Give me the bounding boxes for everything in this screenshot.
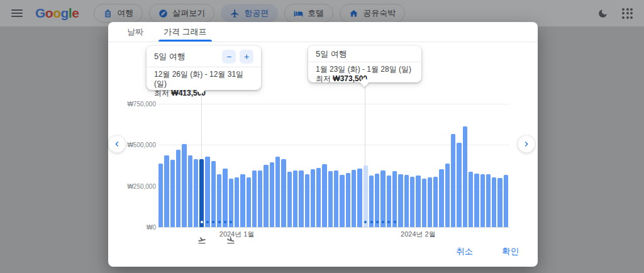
price-bar[interactable] xyxy=(474,174,479,227)
price-bar[interactable] xyxy=(398,174,402,227)
price-bar[interactable] xyxy=(281,159,286,227)
price-bar[interactable] xyxy=(287,172,292,227)
price-bar[interactable] xyxy=(194,159,198,227)
trip-day-dot xyxy=(394,221,396,223)
price-bar[interactable] xyxy=(392,171,397,227)
price-bar[interactable] xyxy=(211,161,216,227)
price-bar[interactable] xyxy=(445,164,450,227)
price-bar[interactable] xyxy=(433,177,438,227)
trip-length-decrease-button[interactable]: − xyxy=(222,50,236,64)
price-bar[interactable] xyxy=(416,176,420,227)
trip-day-dot xyxy=(376,221,379,223)
price-bar[interactable] xyxy=(188,155,192,227)
tab-price-graph[interactable]: 가격 그래프 xyxy=(162,22,208,42)
price-bar[interactable] xyxy=(504,175,508,227)
price-bar[interactable] xyxy=(164,155,169,227)
price-bar[interactable] xyxy=(463,126,467,227)
price-bar[interactable] xyxy=(176,150,180,227)
price-bar[interactable] xyxy=(293,170,297,227)
price-bar[interactable] xyxy=(387,176,391,227)
trip-length-increase-button[interactable]: + xyxy=(240,50,253,64)
y-axis-tick-label: ₩0 xyxy=(147,224,156,231)
chevron-right-icon xyxy=(521,139,531,149)
min-price-prefix: 최저 xyxy=(316,74,331,83)
dialog-tabbar: 날짜 가격 그래프 xyxy=(108,22,538,42)
tab-dates-label: 날짜 xyxy=(127,26,143,38)
price-bar[interactable] xyxy=(486,174,491,227)
price-bar[interactable] xyxy=(340,175,344,227)
price-bar[interactable] xyxy=(469,172,473,227)
trip-day-dot xyxy=(224,221,226,223)
compare-bar-connector xyxy=(365,82,365,165)
price-graph-dialog: 날짜 가격 그래프 ₩0₩250,000₩500,000₩750,000 202… xyxy=(108,22,538,267)
price-bar[interactable] xyxy=(404,175,409,227)
y-axis-tick-label: ₩250,000 xyxy=(127,182,156,189)
price-bar[interactable] xyxy=(497,178,502,227)
price-bar[interactable] xyxy=(369,176,374,227)
price-bar[interactable] xyxy=(182,144,186,227)
price-bar[interactable] xyxy=(199,159,204,227)
price-bar[interactable] xyxy=(311,169,315,228)
price-bar[interactable] xyxy=(380,170,385,227)
dialog-footer: 취소 확인 xyxy=(446,240,529,263)
price-bar[interactable] xyxy=(480,174,485,227)
active-tab-underline xyxy=(158,40,212,42)
x-axis-month-label: 2024년 2월 xyxy=(401,230,436,239)
price-bar[interactable] xyxy=(158,164,163,227)
price-bar[interactable] xyxy=(375,174,379,227)
price-bar[interactable] xyxy=(305,174,309,227)
price-bar[interactable] xyxy=(170,160,175,227)
trip-day-dot xyxy=(201,221,203,223)
gridline xyxy=(158,227,509,228)
price-bar[interactable] xyxy=(364,165,368,227)
chevron-left-icon xyxy=(112,139,122,149)
price-chart-plot xyxy=(158,104,509,227)
chart-prev-button[interactable] xyxy=(108,135,126,153)
price-bar[interactable] xyxy=(252,170,257,227)
price-bar[interactable] xyxy=(346,173,350,227)
price-bar[interactable] xyxy=(229,179,233,227)
cancel-button[interactable]: 취소 xyxy=(446,240,483,263)
price-bar[interactable] xyxy=(451,134,455,227)
min-price-prefix: 최저 xyxy=(154,89,169,98)
price-bar[interactable] xyxy=(492,177,496,227)
price-bar[interactable] xyxy=(270,162,274,227)
price-bar[interactable] xyxy=(275,157,280,227)
price-bar[interactable] xyxy=(264,165,268,227)
price-bar[interactable] xyxy=(410,177,414,227)
compare-date-range: 1월 23일 (화) - 1월 28일 (일) xyxy=(316,65,414,74)
price-bar[interactable] xyxy=(258,170,262,227)
trip-day-dot xyxy=(370,221,373,223)
flight-takeoff-icon xyxy=(197,236,206,245)
price-bar[interactable] xyxy=(247,177,251,227)
price-bar[interactable] xyxy=(357,169,362,227)
trip-length-label: 5일 여행 xyxy=(316,48,414,60)
price-bar[interactable] xyxy=(322,164,326,227)
tab-price-graph-label: 가격 그래프 xyxy=(164,26,207,38)
price-bar[interactable] xyxy=(316,168,321,227)
chart-next-button[interactable] xyxy=(518,135,535,153)
price-bar[interactable] xyxy=(223,169,227,227)
price-bar[interactable] xyxy=(205,157,209,227)
price-bar[interactable] xyxy=(457,143,461,227)
x-axis-month-label: 2024년 1월 xyxy=(219,230,255,239)
price-bar[interactable] xyxy=(352,170,356,227)
price-bar[interactable] xyxy=(217,174,221,227)
price-bar[interactable] xyxy=(439,169,443,228)
price-bar[interactable] xyxy=(428,177,432,227)
flight-landing-icon xyxy=(226,236,235,245)
trip-day-dot xyxy=(218,221,221,223)
confirm-button[interactable]: 확인 xyxy=(492,240,529,263)
price-bar[interactable] xyxy=(328,171,333,227)
price-bar[interactable] xyxy=(334,170,338,227)
price-bar[interactable] xyxy=(240,174,245,227)
price-bar[interactable] xyxy=(299,170,303,227)
price-bar[interactable] xyxy=(422,179,426,227)
selected-date-range: 12월 26일 (화) - 12월 31일 (일) xyxy=(154,70,253,89)
tab-dates[interactable]: 날짜 xyxy=(126,22,145,42)
selected-trip-tooltip: 5일 여행 − + 12월 26일 (화) - 12월 31일 (일) 최저 ₩… xyxy=(147,46,261,90)
price-bar[interactable] xyxy=(235,177,239,227)
compare-trip-tooltip: 5일 여행 1월 23일 (화) - 1월 28일 (일) 최저 ₩373,50… xyxy=(308,46,421,82)
y-axis-tick-label: ₩500,000 xyxy=(127,142,156,148)
trip-length-label: 5일 여행 xyxy=(154,51,218,62)
